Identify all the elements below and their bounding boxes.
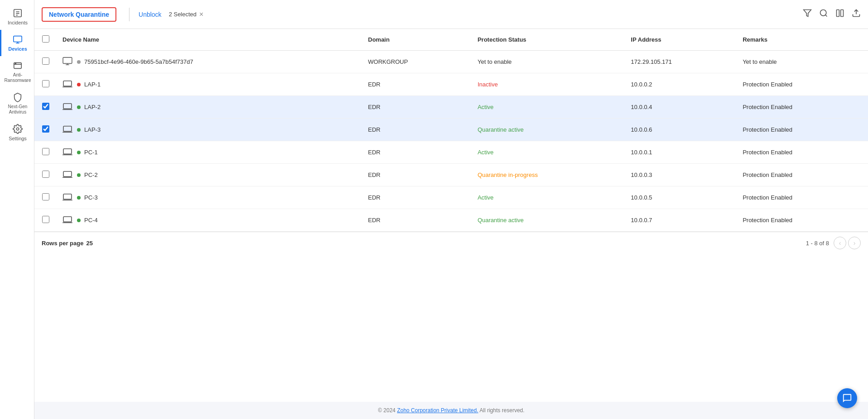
columns-icon[interactable]: [835, 9, 844, 20]
search-icon[interactable]: [819, 9, 828, 20]
protection-status-cell: Quarantine in-progress: [472, 164, 626, 186]
table-header-row: Device Name Domain Protection Status IP …: [34, 29, 868, 51]
svg-rect-19: [63, 81, 72, 86]
row-checkbox[interactable]: [42, 148, 49, 155]
clear-selection-button[interactable]: ×: [199, 10, 203, 19]
device-name-text: PC-3: [84, 194, 98, 201]
device-name-cell: LAP-2: [57, 96, 363, 119]
export-icon[interactable]: [852, 9, 861, 20]
table-row: LAP-1EDRInactive10.0.0.2Protection Enabl…: [34, 73, 868, 96]
row-checkbox-cell[interactable]: [34, 186, 57, 209]
tab-network-quarantine[interactable]: Network Quarantine: [42, 7, 116, 22]
row-checkbox-cell[interactable]: [34, 96, 57, 119]
device-name-text: LAP-1: [84, 81, 101, 88]
filter-icon[interactable]: [803, 9, 812, 20]
unblock-button[interactable]: Unblock: [135, 9, 165, 20]
row-checkbox[interactable]: [42, 80, 49, 87]
sidebar-item-anti-ransomware[interactable]: Anti-Ransomware: [0, 56, 34, 88]
row-checkbox[interactable]: [42, 57, 49, 65]
svg-rect-21: [63, 104, 72, 109]
row-checkbox[interactable]: [42, 193, 49, 200]
ip-address-cell: 10.0.0.4: [625, 96, 737, 119]
sidebar-item-devices[interactable]: Devices: [0, 30, 34, 56]
row-checkbox-cell[interactable]: [34, 51, 57, 73]
table-container: Device Name Domain Protection Status IP …: [34, 29, 868, 402]
ip-address-cell: 10.0.0.7: [625, 209, 737, 232]
row-checkbox-cell[interactable]: [34, 73, 57, 96]
chat-fab[interactable]: [837, 388, 857, 408]
table-row: LAP-3EDRQuarantine active10.0.0.6Protect…: [34, 119, 868, 141]
col-device-name: Device Name: [57, 29, 363, 51]
row-checkbox-cell[interactable]: [34, 141, 57, 164]
device-name-text: PC-4: [84, 217, 98, 224]
device-name-text: LAP-3: [84, 126, 101, 133]
topbar-divider: [129, 8, 129, 21]
sidebar-item-settings-label: Settings: [9, 136, 27, 141]
protection-status-cell: Active: [472, 141, 626, 164]
device-status-dot: [77, 219, 81, 222]
device-name-text: PC-1: [84, 149, 98, 156]
prev-page-button[interactable]: ‹: [834, 237, 846, 249]
laptop-icon: [62, 215, 72, 225]
col-protection-status: Protection Status: [472, 29, 626, 51]
svg-marker-10: [804, 10, 811, 17]
domain-cell: EDR: [363, 141, 472, 164]
device-status-dot: [77, 105, 81, 109]
domain-cell: EDR: [363, 186, 472, 209]
device-name-text: PC-2: [84, 171, 98, 178]
laptop-icon: [62, 80, 72, 89]
svg-point-11: [820, 10, 826, 16]
ip-address-cell: 10.0.0.6: [625, 119, 737, 141]
device-name-cell: PC-1: [57, 141, 363, 164]
domain-cell: EDR: [363, 73, 472, 96]
device-name-cell: 75951bcf-4e96-460e-9b65-5a7b54f737d7: [57, 51, 363, 73]
row-checkbox-cell[interactable]: [34, 119, 57, 141]
row-checkbox[interactable]: [42, 216, 49, 223]
laptop-icon: [62, 148, 72, 157]
selected-count: 2 Selected: [169, 11, 197, 18]
select-all-checkbox[interactable]: [42, 35, 49, 43]
rows-per-page-label: Rows per page: [42, 240, 83, 247]
footer-company-link[interactable]: Zoho Corporation Private Limited.: [397, 407, 478, 414]
svg-rect-14: [841, 10, 844, 17]
device-status-dot: [77, 196, 81, 200]
sidebar-item-anti-ransomware-label: Anti-Ransomware: [5, 72, 31, 83]
device-name-cell: LAP-3: [57, 119, 363, 141]
sidebar-item-incidents[interactable]: Incidents: [0, 4, 34, 30]
domain-cell: EDR: [363, 164, 472, 186]
device-name-text: LAP-2: [84, 104, 101, 110]
device-status-dot: [77, 83, 81, 86]
device-name-cell: PC-2: [57, 164, 363, 186]
remarks-cell: Protection Enabled: [737, 209, 868, 232]
main-content: Network Quarantine Unblock 2 Selected ×: [34, 0, 868, 419]
protection-status-cell: Quarantine active: [472, 119, 626, 141]
row-checkbox-cell[interactable]: [34, 164, 57, 186]
footer-rights: All rights reserved.: [480, 407, 524, 414]
next-page-button[interactable]: ›: [848, 237, 861, 249]
sidebar-item-settings[interactable]: Settings: [0, 119, 34, 146]
protection-status-cell: Inactive: [472, 73, 626, 96]
select-all-header[interactable]: [34, 29, 57, 51]
row-checkbox[interactable]: [42, 171, 49, 178]
svg-rect-27: [63, 171, 72, 177]
row-checkbox[interactable]: [42, 125, 49, 133]
sidebar-item-incidents-label: Incidents: [8, 20, 28, 25]
row-checkbox[interactable]: [42, 103, 49, 110]
pagination-info: 1 - 8 of 8 ‹ ›: [806, 237, 861, 249]
footer-copyright: © 2024: [378, 407, 396, 414]
table-row: PC-2EDRQuarantine in-progress10.0.0.3Pro…: [34, 164, 868, 186]
sidebar-item-next-gen-antivirus[interactable]: Next-Gen Antivirus: [0, 88, 34, 119]
protection-status-cell: Active: [472, 96, 626, 119]
page-nav: ‹ ›: [834, 237, 861, 249]
svg-rect-31: [63, 217, 72, 222]
ip-address-cell: 172.29.105.171: [625, 51, 737, 73]
remarks-cell: Protection Enabled: [737, 141, 868, 164]
topbar-actions: [803, 9, 861, 20]
table-row: PC-4EDRQuarantine active10.0.0.7Protecti…: [34, 209, 868, 232]
ip-address-cell: 10.0.0.2: [625, 73, 737, 96]
table-row: LAP-2EDRActive10.0.0.4Protection Enabled: [34, 96, 868, 119]
row-checkbox-cell[interactable]: [34, 209, 57, 232]
sidebar: Incidents Devices Anti-Ransomware Next-G…: [0, 0, 34, 419]
table-row: PC-3EDRActive10.0.0.5Protection Enabled: [34, 186, 868, 209]
remarks-cell: Protection Enabled: [737, 186, 868, 209]
